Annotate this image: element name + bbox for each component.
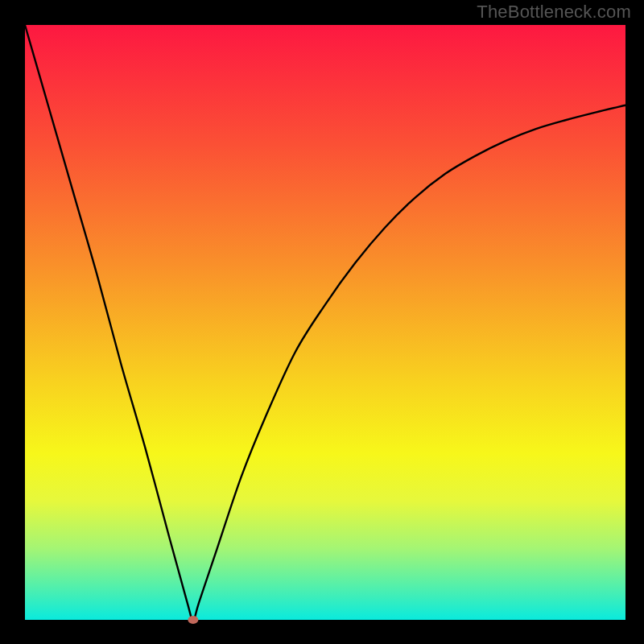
watermark-label: TheBottleneck.com [477, 2, 631, 23]
plot-area [25, 25, 625, 620]
min-marker [188, 616, 198, 624]
chart-frame: TheBottleneck.com [0, 0, 644, 644]
chart-canvas [0, 0, 644, 644]
